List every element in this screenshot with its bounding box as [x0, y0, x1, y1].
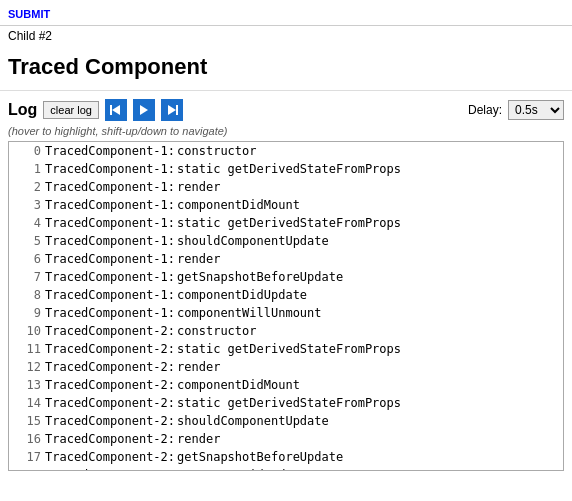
log-entry[interactable]: 1TracedComponent-1: static getDerivedSta…	[9, 160, 563, 178]
log-entry-index: 16	[13, 431, 41, 447]
log-entry-component: TracedComponent-1:	[45, 197, 175, 213]
log-entry[interactable]: 8TracedComponent-1: componentDidUpdate	[9, 286, 563, 304]
log-entry-component: TracedComponent-1:	[45, 233, 175, 249]
log-entry-index: 3	[13, 197, 41, 213]
log-entry-method: static getDerivedStateFromProps	[177, 341, 401, 357]
log-entry-method: componentDidMount	[177, 377, 300, 393]
log-entry-method: render	[177, 431, 220, 447]
svg-marker-1	[112, 105, 120, 115]
log-entry-method: render	[177, 251, 220, 267]
log-header: Log clear log Delay: 0.5s 0.25s 1	[8, 99, 564, 121]
log-entry-index: 7	[13, 269, 41, 285]
log-entry-index: 13	[13, 377, 41, 393]
log-entry-index: 1	[13, 161, 41, 177]
component-title: Traced Component	[0, 46, 572, 91]
log-entry-component: TracedComponent-1:	[45, 179, 175, 195]
log-entry-index: 10	[13, 323, 41, 339]
log-entry-component: TracedComponent-1:	[45, 215, 175, 231]
log-entry-component: TracedComponent-2:	[45, 467, 175, 471]
log-entry-method: componentDidUpdate	[177, 287, 307, 303]
log-entry-index: 18	[13, 467, 41, 471]
log-entry-component: TracedComponent-2:	[45, 359, 175, 375]
log-entry[interactable]: 17TracedComponent-2: getSnapshotBeforeUp…	[9, 448, 563, 466]
log-entry-index: 17	[13, 449, 41, 465]
log-entry-method: shouldComponentUpdate	[177, 413, 329, 429]
nav-play-button[interactable]	[133, 99, 155, 121]
log-entry-method: static getDerivedStateFromProps	[177, 161, 401, 177]
log-entry[interactable]: 0TracedComponent-1: constructor	[9, 142, 563, 160]
log-entry-component: TracedComponent-1:	[45, 251, 175, 267]
log-entry-method: static getDerivedStateFromProps	[177, 395, 401, 411]
log-entry-component: TracedComponent-2:	[45, 431, 175, 447]
log-entry-index: 5	[13, 233, 41, 249]
log-entry-index: 15	[13, 413, 41, 429]
log-entry-method: constructor	[177, 143, 256, 159]
svg-marker-3	[168, 105, 176, 115]
log-entry-component: TracedComponent-1:	[45, 143, 175, 159]
log-entry-method: render	[177, 179, 220, 195]
log-container[interactable]: 0TracedComponent-1: constructor1TracedCo…	[8, 141, 564, 471]
log-entry-index: 11	[13, 341, 41, 357]
log-entry[interactable]: 15TracedComponent-2: shouldComponentUpda…	[9, 412, 563, 430]
top-bar: SUBMIT	[0, 0, 572, 26]
log-entry-component: TracedComponent-1:	[45, 161, 175, 177]
log-entry-index: 8	[13, 287, 41, 303]
log-entry[interactable]: 4TracedComponent-1: static getDerivedSta…	[9, 214, 563, 232]
log-entry-method: constructor	[177, 323, 256, 339]
delay-select[interactable]: 0.5s 0.25s 1s 2s	[508, 100, 564, 120]
log-entry-component: TracedComponent-2:	[45, 377, 175, 393]
log-section: Log clear log Delay: 0.5s 0.25s 1	[0, 91, 572, 471]
delay-label: Delay:	[468, 103, 502, 117]
log-entry[interactable]: 13TracedComponent-2: componentDidMount	[9, 376, 563, 394]
log-entry-index: 14	[13, 395, 41, 411]
log-entry-component: TracedComponent-2:	[45, 323, 175, 339]
hint-text: (hover to highlight, shift-up/down to na…	[8, 125, 564, 137]
nav-forward-end-button[interactable]	[161, 99, 183, 121]
log-entry[interactable]: 18TracedComponent-2: componentDidUpdate	[9, 466, 563, 471]
log-entry[interactable]: 14TracedComponent-2: static getDerivedSt…	[9, 394, 563, 412]
child-label: Child #2	[0, 26, 572, 46]
log-entry-component: TracedComponent-2:	[45, 449, 175, 465]
log-entry-index: 4	[13, 215, 41, 231]
log-entry-method: componentDidUpdate	[177, 467, 307, 471]
log-entry-index: 6	[13, 251, 41, 267]
log-entry[interactable]: 6TracedComponent-1: render	[9, 250, 563, 268]
log-entry[interactable]: 10TracedComponent-2: constructor	[9, 322, 563, 340]
log-entry[interactable]: 5TracedComponent-1: shouldComponentUpdat…	[9, 232, 563, 250]
log-entry-component: TracedComponent-2:	[45, 341, 175, 357]
log-entry-component: TracedComponent-2:	[45, 413, 175, 429]
svg-rect-0	[110, 105, 112, 115]
log-entry[interactable]: 7TracedComponent-1: getSnapshotBeforeUpd…	[9, 268, 563, 286]
log-entry-method: shouldComponentUpdate	[177, 233, 329, 249]
log-entry[interactable]: 3TracedComponent-1: componentDidMount	[9, 196, 563, 214]
log-entry-method: static getDerivedStateFromProps	[177, 215, 401, 231]
log-entry-index: 9	[13, 305, 41, 321]
clear-log-button[interactable]: clear log	[43, 101, 99, 119]
log-entry[interactable]: 12TracedComponent-2: render	[9, 358, 563, 376]
log-entry-method: getSnapshotBeforeUpdate	[177, 269, 343, 285]
log-entry[interactable]: 11TracedComponent-2: static getDerivedSt…	[9, 340, 563, 358]
log-entry[interactable]: 16TracedComponent-2: render	[9, 430, 563, 448]
log-entry-method: render	[177, 359, 220, 375]
log-entry-method: getSnapshotBeforeUpdate	[177, 449, 343, 465]
log-entry-component: TracedComponent-1:	[45, 305, 175, 321]
log-entry-index: 0	[13, 143, 41, 159]
log-entry-index: 2	[13, 179, 41, 195]
svg-rect-4	[176, 105, 178, 115]
log-entry-index: 12	[13, 359, 41, 375]
log-entry[interactable]: 2TracedComponent-1: render	[9, 178, 563, 196]
log-entry-method: componentDidMount	[177, 197, 300, 213]
log-entry[interactable]: 9TracedComponent-1: componentWillUnmount	[9, 304, 563, 322]
log-entry-method: componentWillUnmount	[177, 305, 322, 321]
log-entry-component: TracedComponent-1:	[45, 269, 175, 285]
log-title: Log	[8, 101, 37, 119]
log-entry-component: TracedComponent-2:	[45, 395, 175, 411]
log-entry-component: TracedComponent-1:	[45, 287, 175, 303]
nav-back-start-button[interactable]	[105, 99, 127, 121]
svg-marker-2	[140, 105, 148, 115]
submit-link[interactable]: SUBMIT	[8, 8, 50, 20]
